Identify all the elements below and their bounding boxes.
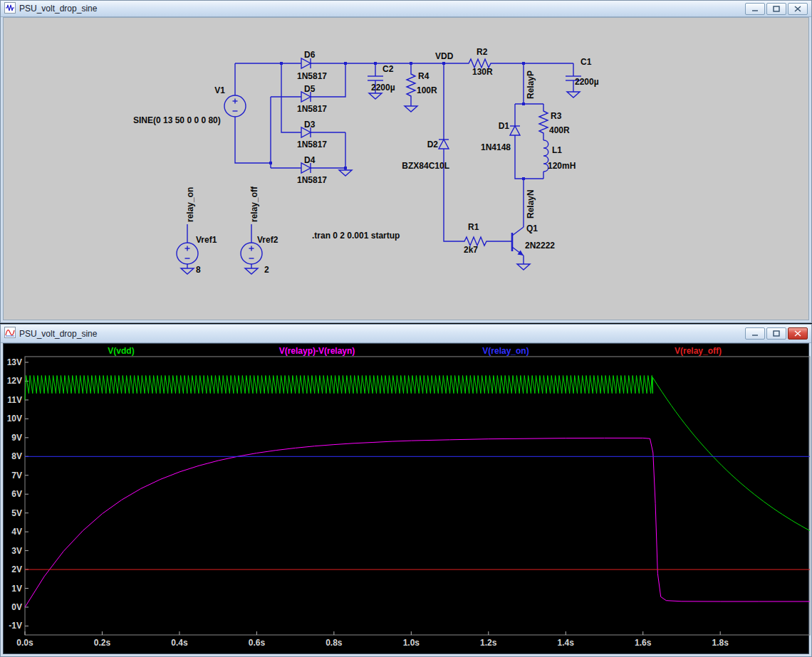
legend-item-relay-off[interactable]: V(relay_off) xyxy=(675,346,722,356)
plot-legend: V(vdd) V(relayp)-V(relayn) V(relay_on) V… xyxy=(108,346,722,356)
zener-d2[interactable] xyxy=(439,140,449,149)
plot-frame xyxy=(25,357,810,635)
label-d6-value: 1N5817 xyxy=(297,71,327,81)
label-r4-value: 100R xyxy=(417,85,437,95)
label-r2-name: R2 xyxy=(477,47,488,57)
label-vref2-value: 2 xyxy=(264,265,269,275)
y-axis-label: 8V xyxy=(11,451,22,461)
ground-symbol[interactable] xyxy=(405,106,417,112)
waveform-titlebar[interactable]: PSU_volt_drop_sine xyxy=(1,325,811,343)
y-axis-label: -1V xyxy=(9,621,22,631)
label-d3-value: 1N5817 xyxy=(297,140,327,149)
net-label-relayn: RelayN xyxy=(526,189,536,219)
label-c1-value: 2200µ xyxy=(575,77,599,87)
resistor-r4[interactable] xyxy=(407,70,415,99)
legend-item-vdd[interactable]: V(vdd) xyxy=(108,346,134,356)
net-label-relayp: RelayP xyxy=(526,70,536,99)
label-l1-name: L1 xyxy=(552,145,562,155)
label-d3-name: D3 xyxy=(304,120,316,130)
schematic-window: PSU_volt_drop_sine xyxy=(0,0,812,323)
label-q1-name: Q1 xyxy=(526,224,538,233)
voltage-source-vref1[interactable] xyxy=(177,243,198,264)
transistor-q1[interactable] xyxy=(512,227,524,264)
resistor-r3[interactable] xyxy=(539,107,548,136)
diode-d1[interactable] xyxy=(510,126,520,135)
y-axis-label: 2V xyxy=(11,564,22,574)
ground-symbol[interactable] xyxy=(517,264,530,270)
capacitor-c2[interactable] xyxy=(368,76,383,80)
label-r2-value: 130R xyxy=(472,67,493,77)
label-d2-name: D2 xyxy=(427,140,439,149)
net-label-vdd: VDD xyxy=(435,51,454,61)
spice-directive: .tran 0 2 0.001 startup xyxy=(312,231,400,241)
label-l1-value: 120mH xyxy=(548,161,576,171)
close-button[interactable] xyxy=(788,3,808,15)
label-d1-name: D1 xyxy=(499,121,510,131)
label-d5-value: 1N5817 xyxy=(297,104,327,114)
y-axis-label: 5V xyxy=(11,508,22,518)
y-axis-label: 12V xyxy=(7,376,22,386)
trace-1 xyxy=(25,438,810,607)
y-axis-label: 0V xyxy=(11,602,22,612)
label-d4-name: D4 xyxy=(304,155,316,165)
label-r3-name: R3 xyxy=(551,111,562,121)
label-q1-value: 2N2222 xyxy=(525,241,555,251)
label-r1-name: R1 xyxy=(468,222,479,232)
x-axis-label: 1.4s xyxy=(558,638,575,648)
x-axis-label: 0.0s xyxy=(16,638,33,648)
y-axis-label: 6V xyxy=(11,489,22,499)
y-axis-label: 11V xyxy=(7,395,22,405)
x-axis-label: 0.8s xyxy=(326,638,343,648)
waveform-canvas[interactable]: V(vdd) V(relayp)-V(relayn) V(relay_on) V… xyxy=(3,343,809,654)
label-d4-value: 1N5817 xyxy=(297,175,327,185)
x-axis-label: 1.8s xyxy=(712,638,729,648)
maximize-button[interactable] xyxy=(766,3,786,15)
ground-symbol[interactable] xyxy=(567,92,580,98)
ground-symbol[interactable] xyxy=(369,93,382,99)
y-axis-label: 4V xyxy=(11,527,22,537)
label-d5-name: D5 xyxy=(304,84,316,94)
minimize-button[interactable] xyxy=(745,3,765,15)
net-label-relay-off: relay_off xyxy=(249,186,259,222)
waveform-window-title: PSU_volt_drop_sine xyxy=(19,329,97,339)
label-c2-value: 2200µ xyxy=(371,83,395,93)
legend-item-relayp-relayn[interactable]: V(relayp)-V(relayn) xyxy=(279,346,355,356)
ground-symbol[interactable] xyxy=(245,268,258,274)
label-c2-name: C2 xyxy=(382,64,394,74)
label-vref1-name: Vref1 xyxy=(196,235,217,245)
label-c1-name: C1 xyxy=(581,57,592,67)
schematic-titlebar[interactable]: PSU_volt_drop_sine xyxy=(1,1,811,17)
label-v1-value: SINE(0 13 50 0 0 0 80) xyxy=(133,115,221,125)
voltage-source-v1[interactable] xyxy=(224,95,246,117)
close-button[interactable] xyxy=(788,327,808,340)
maximize-button[interactable] xyxy=(766,327,786,340)
x-axis-label: 1.0s xyxy=(403,638,420,648)
schematic-canvas[interactable]: V1 SINE(0 13 50 0 0 0 80) D6 1N5817 D5 1… xyxy=(3,17,809,320)
label-v1-name: V1 xyxy=(214,85,225,95)
label-r1-value: 2k7 xyxy=(464,245,478,255)
legend-item-relay-on[interactable]: V(relay_on) xyxy=(482,346,529,356)
trace-0 xyxy=(25,376,810,531)
waveform-plot: V(vdd) V(relayp)-V(relayn) V(relay_on) V… xyxy=(4,344,811,654)
label-vref1-value: 8 xyxy=(196,265,201,275)
minimize-button[interactable] xyxy=(745,327,765,340)
ground-symbol[interactable] xyxy=(339,170,352,176)
label-r4-name: R4 xyxy=(418,71,430,81)
y-axis-label: 7V xyxy=(11,471,22,480)
waveform-window-icon xyxy=(4,327,16,340)
label-d1-value: 1N4148 xyxy=(481,142,511,152)
y-axis-label: 9V xyxy=(11,433,22,443)
net-label-relay-on: relay_on xyxy=(185,187,195,222)
y-axis-label: 1V xyxy=(11,584,22,594)
x-axis-label: 0.4s xyxy=(171,638,188,648)
y-axis-label: 13V xyxy=(7,357,22,367)
label-r3-value: 400R xyxy=(549,125,570,135)
voltage-source-vref2[interactable] xyxy=(241,243,262,264)
schematic-window-icon xyxy=(4,2,16,16)
ground-symbol[interactable] xyxy=(181,268,194,274)
waveform-window: PSU_volt_drop_sine V(vdd) V(relayp)-V(re… xyxy=(0,324,812,657)
diode-d6[interactable] xyxy=(301,58,311,68)
y-axis-label: 10V xyxy=(7,414,22,424)
x-axis-label: 0.2s xyxy=(94,638,111,648)
label-d2-value: BZX84C10L xyxy=(402,161,449,171)
